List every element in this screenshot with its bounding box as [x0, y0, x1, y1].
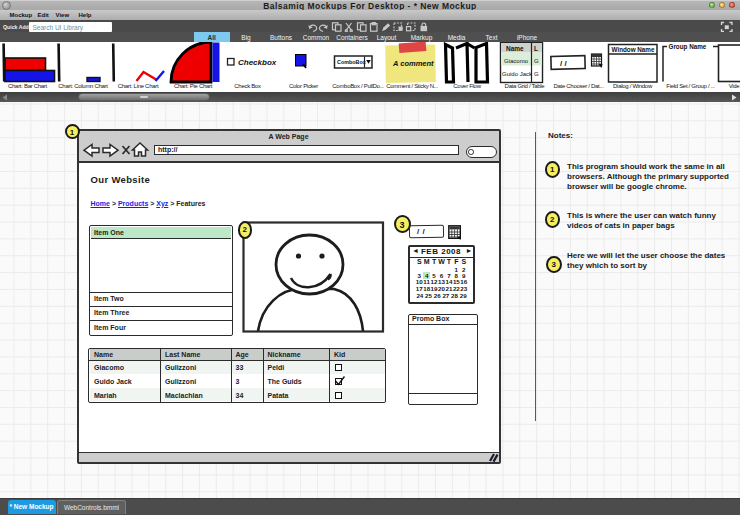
svg-text:/ /: / /	[560, 59, 567, 68]
svg-text:Checkbox: Checkbox	[238, 58, 277, 67]
svg-text:G: G	[534, 57, 539, 63]
svg-text:Giacomo: Giacomo	[504, 57, 529, 63]
svg-text:Guido Jack: Guido Jack	[502, 70, 533, 76]
svg-text:G: G	[534, 70, 539, 76]
svg-text:Name: Name	[506, 44, 524, 51]
svg-text:A comment: A comment	[392, 59, 434, 68]
svg-text:ComboBox: ComboBox	[337, 59, 366, 65]
svg-text:Window Name: Window Name	[612, 45, 655, 52]
svg-text:Group Name: Group Name	[669, 43, 707, 51]
svg-text:L: L	[534, 44, 538, 51]
